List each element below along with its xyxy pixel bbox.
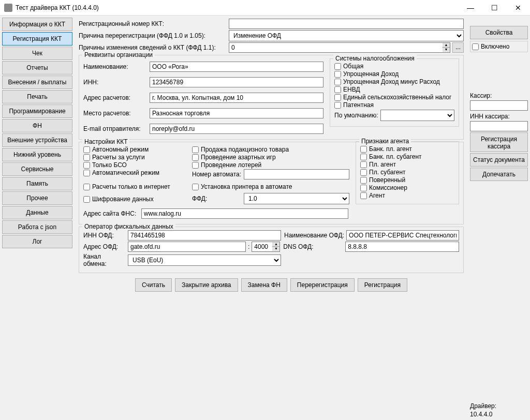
agent-checkbox[interactable] bbox=[360, 177, 367, 184]
action-button[interactable]: Считать bbox=[135, 278, 172, 292]
nav-item[interactable]: Нижний уровень bbox=[2, 148, 72, 161]
encrypt-checkbox[interactable] bbox=[83, 196, 90, 203]
ofd-channel-select[interactable]: USB (EoU) bbox=[128, 254, 281, 266]
nav-item[interactable]: ФН bbox=[2, 119, 72, 132]
action-button[interactable]: Закрытие архива bbox=[175, 278, 238, 292]
ofd-addr-label: Адрес ОФД: bbox=[83, 243, 126, 250]
reg-number-input[interactable] bbox=[229, 19, 464, 29]
rereg-reason-new-input[interactable] bbox=[229, 42, 443, 53]
machine-number-label: Номер автомата: bbox=[192, 171, 242, 178]
nav-item[interactable]: Чек bbox=[2, 47, 72, 60]
kkt-checkbox[interactable] bbox=[192, 154, 199, 161]
maximize-button[interactable]: ☐ bbox=[482, 0, 506, 16]
enabled-checkbox[interactable] bbox=[472, 43, 479, 50]
kkt-checkbox[interactable] bbox=[83, 154, 90, 161]
minimize-button[interactable]: — bbox=[459, 0, 482, 16]
nav-item[interactable]: Внесения / выплаты bbox=[2, 76, 72, 89]
spin-up-icon[interactable]: ▲ bbox=[272, 242, 279, 247]
tax-checkbox[interactable] bbox=[334, 102, 341, 109]
finish-print-button[interactable]: Допечатать bbox=[470, 168, 528, 181]
agent-checkbox[interactable] bbox=[360, 192, 367, 199]
agent-checkbox[interactable] bbox=[360, 185, 367, 191]
kkt-checkbox[interactable] bbox=[83, 146, 90, 153]
nav-item[interactable]: Прочее bbox=[2, 191, 72, 205]
ofd-dns-input[interactable] bbox=[345, 242, 459, 252]
org-name-input[interactable] bbox=[150, 62, 323, 72]
register-cashier-button[interactable]: Регистрация кассира bbox=[470, 132, 528, 152]
agent-item-label: Банк. пл. агент bbox=[369, 145, 412, 153]
org-email-input[interactable] bbox=[150, 124, 323, 134]
kkt-settings-fieldset: Настройки ККТ Автономный режимРасчеты за… bbox=[79, 142, 464, 224]
tax-item-label: Упрощенная Доход bbox=[343, 70, 399, 78]
rereg-reason-old-select[interactable]: Изменение ОФД bbox=[229, 30, 464, 41]
ffd-select[interactable]: 1.0 bbox=[244, 193, 349, 204]
ofd-name-input[interactable] bbox=[346, 230, 459, 241]
doc-status-button[interactable]: Статус документа bbox=[470, 153, 528, 167]
internet-only-checkbox[interactable] bbox=[83, 184, 90, 190]
tax-checkbox[interactable] bbox=[334, 94, 341, 101]
agent-legend: Признаки агента bbox=[359, 138, 411, 145]
nav-item[interactable]: Печать bbox=[2, 90, 72, 103]
kkt-item-label: Проведение лотерей bbox=[201, 161, 261, 169]
tax-fieldset: Системы налогообложения ОбщаяУпрощенная … bbox=[330, 58, 459, 127]
tax-checkbox[interactable] bbox=[334, 86, 341, 93]
kkt-checkbox[interactable] bbox=[83, 170, 90, 176]
kkt-checkbox[interactable] bbox=[83, 162, 90, 169]
org-place-label: Место расчетов: bbox=[83, 110, 148, 117]
org-email-label: E-mail отправителя: bbox=[83, 125, 148, 132]
nav-item[interactable]: Память bbox=[2, 177, 72, 190]
spin-down-icon[interactable]: ▼ bbox=[272, 247, 279, 251]
properties-button[interactable]: Свойства bbox=[470, 26, 528, 39]
action-button[interactable]: Перерегистрация bbox=[290, 278, 355, 292]
tax-checkbox[interactable] bbox=[334, 79, 341, 85]
nav-item[interactable]: Лог bbox=[2, 235, 72, 248]
close-button[interactable]: ✕ bbox=[506, 0, 530, 16]
org-place-input[interactable] bbox=[150, 108, 323, 118]
agent-checkbox[interactable] bbox=[360, 154, 367, 160]
tax-default-select[interactable] bbox=[380, 110, 455, 121]
nav-item[interactable]: Данные bbox=[2, 206, 72, 219]
printer-in-machine-checkbox[interactable] bbox=[192, 184, 199, 190]
agent-checkbox[interactable] bbox=[360, 161, 367, 168]
main-content: Регистрационный номер ККТ: Причина перер… bbox=[75, 16, 468, 420]
fns-input[interactable] bbox=[141, 208, 348, 219]
spin-down-icon[interactable]: ▼ bbox=[443, 48, 450, 52]
tax-item-label: Общая bbox=[343, 63, 363, 70]
ofd-inn-input[interactable] bbox=[128, 230, 281, 241]
agent-item-label: Пл. агент bbox=[369, 161, 396, 168]
org-addr-input[interactable] bbox=[150, 93, 323, 103]
nav-item[interactable]: Информация о ККТ bbox=[2, 18, 72, 31]
action-button[interactable]: Регистрация bbox=[358, 278, 407, 292]
nav-item[interactable]: Отчеты bbox=[2, 61, 72, 74]
kkt-checkbox[interactable] bbox=[192, 162, 199, 169]
ofd-port-input[interactable] bbox=[252, 242, 272, 252]
agent-checkbox[interactable] bbox=[360, 146, 367, 153]
nav-item[interactable]: Внешние устройства bbox=[2, 133, 72, 147]
cashier-inn-input[interactable] bbox=[470, 121, 528, 131]
agent-fieldset: Признаки агента Банк. пл. агентБанк. пл.… bbox=[356, 141, 459, 204]
nav-item[interactable]: Программирование bbox=[2, 104, 72, 118]
machine-number-input[interactable] bbox=[244, 169, 349, 179]
agent-checkbox[interactable] bbox=[360, 169, 367, 176]
action-button[interactable]: Замена ФН bbox=[241, 278, 287, 292]
spin-up-icon[interactable]: ▲ bbox=[443, 43, 450, 48]
ofd-addr-input[interactable] bbox=[128, 242, 246, 252]
cashier-input[interactable] bbox=[470, 100, 528, 111]
agent-item-label: Поверенный bbox=[369, 176, 405, 184]
rereg-reason-ellipsis-button[interactable]: ... bbox=[452, 42, 464, 53]
agent-item-label: Агент bbox=[369, 192, 385, 199]
tax-checkbox[interactable] bbox=[334, 71, 341, 78]
tax-checkbox[interactable] bbox=[334, 63, 341, 70]
kkt-item-label: Автоматический режим bbox=[92, 169, 159, 176]
org-name-label: Наименование: bbox=[83, 63, 148, 70]
ofd-dns-label: DNS ОФД: bbox=[283, 243, 343, 250]
app-icon bbox=[4, 4, 12, 12]
kkt-checkbox[interactable] bbox=[192, 146, 199, 153]
nav-item[interactable]: Работа с json bbox=[2, 220, 72, 234]
kkt-item-label: Продажа подакцизного товара bbox=[201, 146, 289, 153]
kkt-item-label: Автономный режим bbox=[92, 146, 149, 153]
org-inn-input[interactable] bbox=[150, 77, 323, 87]
nav-item[interactable]: Сервисные bbox=[2, 162, 72, 176]
nav-item[interactable]: Регистрация ККТ bbox=[2, 32, 72, 46]
fns-label: Адрес сайта ФНС: bbox=[83, 210, 139, 217]
